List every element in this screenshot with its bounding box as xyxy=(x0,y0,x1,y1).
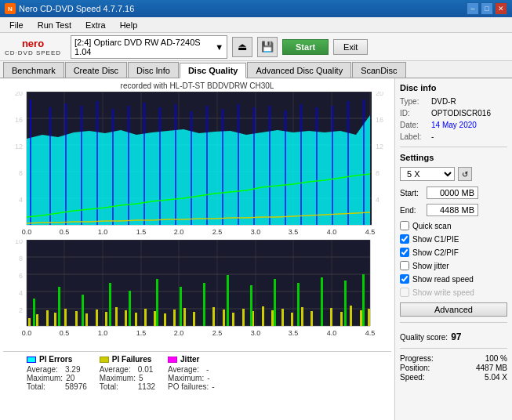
quick-scan-label: Quick scan xyxy=(412,222,451,230)
menu-run-test[interactable]: Run Test xyxy=(31,20,78,31)
svg-rect-124 xyxy=(297,283,300,326)
legend-area: PI Errors Average:3.29 Maximum:20 Total:… xyxy=(3,351,391,394)
toolbar: nero CD·DVD SPEED [2:4] Optiarc DVD RW A… xyxy=(0,33,512,61)
advanced-button[interactable]: Advanced xyxy=(400,302,507,317)
show-c2-pif-checkbox[interactable] xyxy=(400,248,409,257)
menu-extra[interactable]: Extra xyxy=(79,20,112,31)
svg-text:3.0: 3.0 xyxy=(251,329,261,337)
jitter-color xyxy=(168,357,177,363)
top-chart: 20 16 12 8 4 20 16 12 8 4 0.0 0.5 1.0 1.… xyxy=(3,92,391,237)
pi-failures-label: PI Failures xyxy=(112,355,152,364)
svg-text:3.0: 3.0 xyxy=(251,228,261,236)
menu-help[interactable]: Help xyxy=(114,20,144,31)
tab-scandisc[interactable]: ScanDisc xyxy=(352,62,405,78)
svg-text:2.0: 2.0 xyxy=(174,329,184,337)
show-write-speed-row: Show write speed xyxy=(400,288,507,297)
start-row: Start: xyxy=(400,186,507,199)
bottom-chart: 10 8 6 4 2 0.0 0.5 1.0 1.5 2.0 2.5 3.0 3… xyxy=(3,240,391,349)
legend-pi-errors: PI Errors Average:3.29 Maximum:20 Total:… xyxy=(27,355,87,391)
svg-rect-115 xyxy=(82,295,84,326)
start-button[interactable]: Start xyxy=(282,39,329,55)
drive-combo[interactable]: [2:4] Optiarc DVD RW AD-7240S 1.04 ▼ xyxy=(71,35,227,59)
exit-button[interactable]: Exit xyxy=(333,39,368,55)
menu-file[interactable]: File xyxy=(3,20,30,31)
disc-date-row: Date: 14 May 2020 xyxy=(400,121,507,129)
end-input[interactable] xyxy=(427,204,478,216)
svg-text:0.5: 0.5 xyxy=(60,329,70,337)
minimize-button[interactable]: – xyxy=(467,2,479,15)
logo-top: nero xyxy=(22,38,44,49)
pi-failures-stats: Average:0.01 Maximum:5 Total:1132 xyxy=(100,365,155,391)
legend-pi-failures: PI Failures Average:0.01 Maximum:5 Total… xyxy=(100,355,155,391)
legend-jitter: Jitter Average:- Maximum:- PO failures:- xyxy=(168,355,215,391)
svg-rect-92 xyxy=(173,310,176,326)
svg-rect-106 xyxy=(310,311,313,326)
svg-text:4: 4 xyxy=(19,289,23,297)
drive-select: [2:4] Optiarc DVD RW AD-7240S 1.04 ▼ xyxy=(71,35,227,59)
disc-type-row: Type: DVD-R xyxy=(400,97,507,106)
menu-bar: File Run Test Extra Help xyxy=(0,17,512,33)
quality-label: Quality score: xyxy=(400,333,448,342)
svg-rect-102 xyxy=(271,310,274,326)
svg-rect-113 xyxy=(33,299,35,326)
tab-benchmark[interactable]: Benchmark xyxy=(3,62,64,78)
speed-select[interactable]: 5 X Max 1 X 2 X 4 X 8 X 16 X xyxy=(400,167,455,181)
speed-value: 5.04 X xyxy=(485,373,507,382)
speed-settings-row: 5 X Max 1 X 2 X 4 X 8 X 16 X ↺ xyxy=(400,167,507,181)
divider-1 xyxy=(400,147,507,147)
settings-title: Settings xyxy=(400,153,507,162)
disc-type-value: DVD-R xyxy=(431,97,456,106)
svg-rect-117 xyxy=(129,291,131,326)
svg-text:2: 2 xyxy=(19,306,23,314)
show-read-speed-label: Show read speed xyxy=(412,275,474,284)
quick-scan-checkbox[interactable] xyxy=(400,221,409,230)
end-row: End: xyxy=(400,204,507,216)
svg-rect-109 xyxy=(340,312,343,326)
svg-text:16: 16 xyxy=(15,116,23,124)
show-jitter-label: Show jitter xyxy=(412,262,449,270)
title-bar: N Nero CD-DVD Speed 4.7.7.16 – □ ✕ xyxy=(0,0,512,17)
svg-rect-82 xyxy=(75,311,78,326)
show-read-speed-checkbox[interactable] xyxy=(400,274,409,284)
disc-label-value: - xyxy=(431,132,434,141)
tab-disc-quality[interactable]: Disc Quality xyxy=(180,63,247,78)
show-c2-pif-label: Show C2/PIF xyxy=(412,248,459,257)
close-button[interactable]: ✕ xyxy=(495,2,507,15)
tab-disc-info[interactable]: Disc Info xyxy=(128,62,179,78)
svg-rect-99 xyxy=(242,309,245,326)
svg-text:4: 4 xyxy=(19,196,23,204)
svg-text:1.5: 1.5 xyxy=(136,228,147,236)
svg-text:0.0: 0.0 xyxy=(22,228,32,236)
show-write-speed-checkbox xyxy=(400,288,409,297)
app-icon: N xyxy=(5,3,16,14)
pi-failures-color xyxy=(100,357,109,363)
svg-text:4: 4 xyxy=(376,196,379,204)
reload-button[interactable]: ↺ xyxy=(458,167,472,181)
position-label: Position: xyxy=(400,364,430,372)
start-input[interactable] xyxy=(427,186,478,199)
svg-text:4.0: 4.0 xyxy=(327,228,337,236)
show-jitter-checkbox[interactable] xyxy=(400,261,409,270)
svg-rect-88 xyxy=(135,313,137,326)
tab-create-disc[interactable]: Create Disc xyxy=(65,62,127,78)
svg-text:2.0: 2.0 xyxy=(174,228,184,236)
svg-rect-121 xyxy=(227,275,229,326)
eject-button[interactable]: ⏏ xyxy=(232,37,252,57)
svg-text:3.5: 3.5 xyxy=(289,228,299,236)
restore-button[interactable]: □ xyxy=(481,2,493,15)
po-failures-value: - xyxy=(212,382,214,391)
svg-text:1.0: 1.0 xyxy=(98,228,108,236)
chart-area: recorded with HL-DT-ST BDDVDRW CH30L xyxy=(0,78,394,420)
progress-row: Progress: 100 % xyxy=(400,354,507,363)
show-c1-pie-checkbox[interactable] xyxy=(400,234,409,244)
save-button[interactable]: 💾 xyxy=(257,37,278,57)
svg-text:1.0: 1.0 xyxy=(98,329,108,337)
main-content: recorded with HL-DT-ST BDDVDRW CH30L xyxy=(0,78,512,420)
svg-rect-101 xyxy=(262,306,264,326)
svg-rect-60 xyxy=(27,240,370,326)
svg-text:4.5: 4.5 xyxy=(365,329,376,337)
svg-rect-126 xyxy=(344,281,347,326)
show-c1-pie-row: Show C1/PIE xyxy=(400,234,507,244)
tab-advanced-disc-quality[interactable]: Advanced Disc Quality xyxy=(247,62,351,78)
app-title: Nero CD-DVD Speed 4.7.7.16 xyxy=(19,4,134,13)
